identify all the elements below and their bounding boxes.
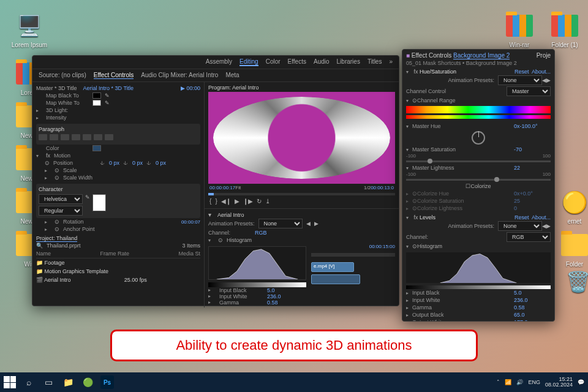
timeline-clip[interactable] (311, 274, 360, 284)
master-sat-label[interactable]: Master Saturation (412, 146, 514, 153)
desktop-icon-this-pc[interactable]: 🖥️Lorem Ipsum (11, 11, 48, 48)
next-icon[interactable]: ▶ (546, 223, 551, 229)
master-sat-value[interactable]: -70 (514, 146, 551, 153)
step-fwd-icon[interactable]: ❙▶ (243, 198, 253, 205)
channel-control-select[interactable]: Master (507, 86, 551, 96)
play-icon[interactable]: ▶ (235, 198, 239, 205)
project-row[interactable]: 📁 Footage (36, 258, 200, 267)
histogram-label[interactable]: Histogram (227, 237, 252, 243)
overflow-icon[interactable]: » (389, 58, 393, 66)
prev-icon[interactable]: ◀ (542, 223, 546, 229)
font-select[interactable]: Helvetica (39, 194, 83, 204)
color-swatch[interactable] (92, 145, 101, 151)
desktop-icon-chrome[interactable]: 🟡ernet (556, 187, 588, 225)
clock[interactable]: 15:2108.02.2024 (545, 377, 573, 388)
fx-name[interactable]: Hue/Saturation (420, 69, 456, 75)
rotation-label[interactable]: Rotation (63, 219, 106, 225)
time-ruler[interactable] (311, 253, 395, 257)
color-swatch-black[interactable] (92, 92, 101, 99)
char-swatch[interactable] (92, 194, 106, 211)
tab-assembly[interactable]: Assembly (206, 58, 232, 66)
tab-color[interactable]: Color (266, 58, 281, 66)
in-white-value[interactable]: 236.0 (267, 293, 281, 300)
hue-range-bar[interactable] (406, 106, 551, 113)
project-tab[interactable]: Project: Thailand (36, 235, 77, 242)
in-white-label[interactable]: Input White (412, 297, 514, 303)
align-center-icon[interactable] (50, 134, 58, 140)
export-icon[interactable]: ⤓ (265, 198, 270, 205)
language-indicator[interactable]: ENG (528, 379, 540, 385)
file-explorer-icon[interactable]: 📁 (61, 375, 75, 389)
out-black-value[interactable]: 65.0 (514, 312, 551, 318)
tc-left[interactable]: 00:00:00:17 (209, 185, 235, 190)
desktop-icon-folder[interactable]: Folder (556, 230, 588, 268)
next-icon[interactable]: ▶ (546, 77, 551, 83)
start-button[interactable] (4, 376, 16, 388)
chevron-down-icon[interactable]: ▾ (208, 211, 211, 218)
anim-presets-select[interactable]: None (498, 221, 542, 231)
in-black-value[interactable]: 5.0 (267, 287, 275, 293)
desktop-icon-winrar[interactable]: Win-rar (501, 11, 538, 48)
out-black-label[interactable]: Output Black (412, 312, 514, 318)
timeline-name[interactable]: Aerial Intro (217, 212, 244, 218)
tab-audio-mixer[interactable]: Audio Clip Mixer: Aerial Intro (141, 72, 218, 79)
gamma-label[interactable]: Gamma (219, 300, 262, 306)
scale-label[interactable]: Scale (63, 167, 106, 173)
fx-tab-project[interactable]: Proje (537, 52, 551, 59)
master-hue-label[interactable]: Master Hue (412, 123, 514, 129)
channel-range-label[interactable]: Channel Range (417, 97, 551, 104)
about-link[interactable]: About... (532, 69, 551, 75)
loop-icon[interactable]: ↻ (257, 198, 262, 205)
gamma-value[interactable]: 0.58 (514, 304, 551, 311)
align-bottom-icon[interactable] (105, 134, 113, 140)
volume-icon[interactable]: 🔊 (516, 379, 523, 385)
search-icon[interactable]: 🔍 (36, 243, 43, 249)
prev-icon[interactable]: ◀ (306, 221, 311, 227)
task-view-icon[interactable]: ▭ (42, 375, 55, 389)
out-white-value[interactable]: 177.0 (514, 319, 551, 322)
in-white-value[interactable]: 236.0 (514, 297, 551, 303)
sat-slider[interactable] (406, 160, 551, 162)
tab-audio[interactable]: Audio (314, 58, 330, 66)
channel-value[interactable]: RGB (255, 230, 267, 236)
tab-editing[interactable]: Editing (239, 58, 258, 66)
in-black-value[interactable]: 5.0 (514, 290, 551, 296)
pos-y[interactable]: 0 px (132, 160, 143, 166)
eyedropper-icon[interactable]: ✎ (85, 194, 90, 216)
in-white-label[interactable]: Input White (219, 293, 262, 300)
light-label[interactable]: 3D Light: (46, 107, 89, 113)
histogram-label[interactable]: Histogram (417, 243, 442, 249)
playhead[interactable] (208, 193, 214, 195)
about-link[interactable]: About... (532, 214, 551, 221)
gradient-ramp[interactable] (208, 282, 306, 287)
out-white-label[interactable]: Output White (412, 319, 514, 322)
scale-width-label[interactable]: Scale Width (63, 175, 106, 181)
clip-active-label[interactable]: Aerial Intro * 3D Title (83, 85, 134, 91)
notifications-icon[interactable]: 💬 (578, 379, 584, 385)
timeline-clip[interactable]: e.mp4 [V] (311, 262, 354, 272)
reset-link[interactable]: Reset (514, 69, 529, 75)
align-justify-icon[interactable] (72, 134, 80, 140)
tab-effects[interactable]: Effects (288, 58, 306, 66)
fx-name[interactable]: Levels (420, 214, 435, 221)
in-black-label[interactable]: Input Black (412, 290, 514, 296)
col-name[interactable]: Name (36, 251, 51, 257)
col-media[interactable]: Media St (179, 251, 201, 257)
eyedropper-icon[interactable]: ✎ (105, 92, 110, 99)
tab-source[interactable]: Source: (no clips) (39, 72, 86, 79)
in-black-label[interactable]: Input Black (219, 287, 262, 293)
pos-x[interactable]: 0 px (109, 160, 119, 166)
align-top-icon[interactable] (83, 134, 91, 140)
color-swatch-white[interactable] (92, 100, 101, 106)
prev-icon[interactable]: ◀ (542, 77, 546, 83)
step-back-icon[interactable]: ◀❙ (221, 198, 231, 205)
gamma-label[interactable]: Gamma (412, 304, 514, 311)
master-light-label[interactable]: Master Lightness (412, 165, 514, 171)
align-middle-icon[interactable] (94, 134, 102, 140)
mark-out-icon[interactable]: } (215, 198, 217, 205)
pos-z[interactable]: 0 px (156, 160, 166, 166)
font-style-select[interactable]: Regular (39, 206, 83, 216)
tab-effect-controls[interactable]: Effect Controls (94, 72, 134, 79)
gamma-value[interactable]: 0.58 (267, 300, 278, 306)
motion-label[interactable]: Motion (54, 153, 97, 159)
